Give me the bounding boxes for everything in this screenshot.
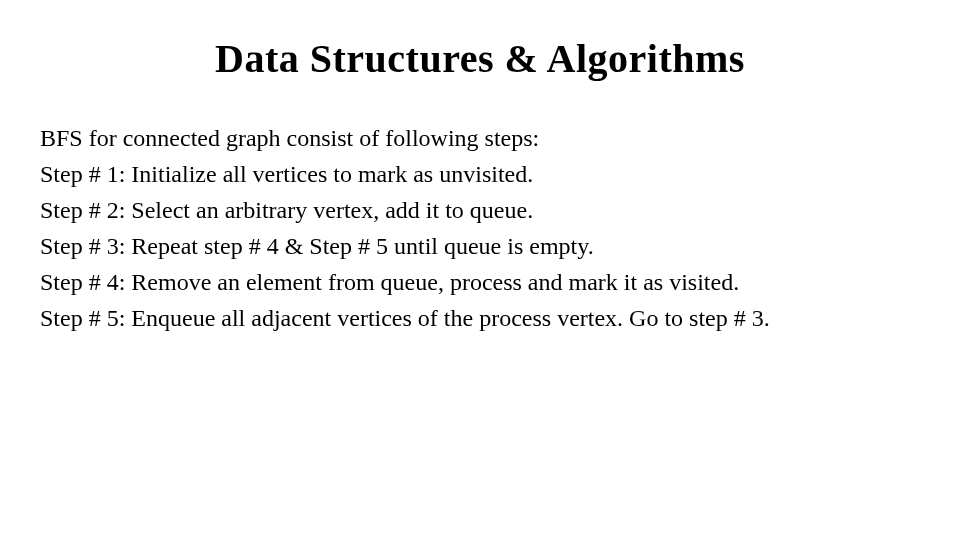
step-2: Step # 2: Select an arbitrary vertex, ad… [40,192,920,228]
slide-container: Data Structures & Algorithms BFS for con… [0,0,960,540]
intro-line: BFS for connected graph consist of follo… [40,120,920,156]
page-title: Data Structures & Algorithms [40,35,920,82]
step-1: Step # 1: Initialize all vertices to mar… [40,156,920,192]
step-5: Step # 5: Enqueue all adjacent vertices … [40,300,920,336]
step-3: Step # 3: Repeat step # 4 & Step # 5 unt… [40,228,920,264]
content-body: BFS for connected graph consist of follo… [40,120,920,336]
step-4: Step # 4: Remove an element from queue, … [40,264,920,300]
